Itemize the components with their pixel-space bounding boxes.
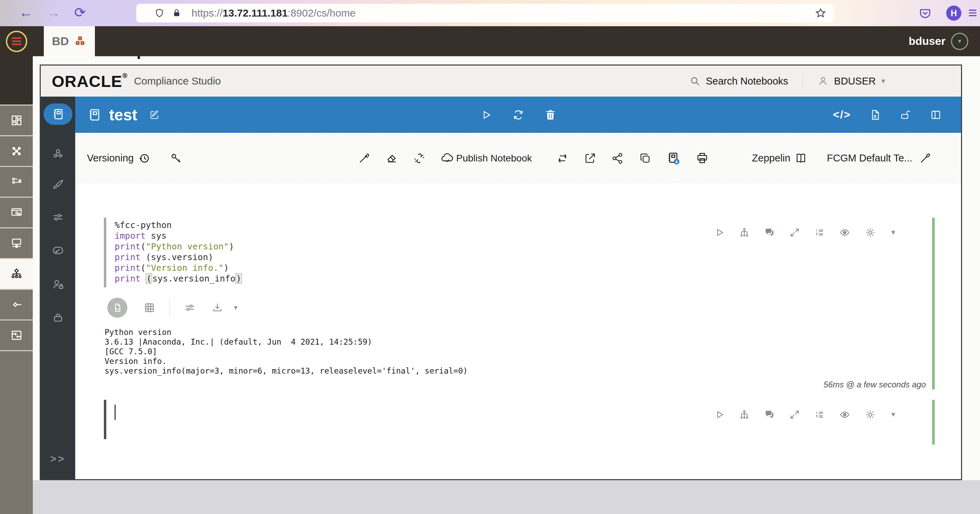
unlink-icon[interactable] xyxy=(413,152,426,165)
user-menu-caret-icon[interactable]: ▾ xyxy=(881,76,885,86)
network-x-icon xyxy=(10,145,23,158)
interpreter-book-icon[interactable] xyxy=(794,152,807,165)
search-notebooks-link[interactable]: Search Notebooks xyxy=(706,76,789,87)
comments-icon[interactable] xyxy=(764,227,775,239)
chart-settings-icon[interactable] xyxy=(184,301,196,314)
sidebar-item-sliders[interactable] xyxy=(41,211,75,224)
header-divider xyxy=(803,73,803,89)
share-icon[interactable] xyxy=(611,152,624,165)
notebook-sidebar: >> xyxy=(41,97,75,479)
platform-sidebar-top xyxy=(0,56,33,105)
browser-menu-icon[interactable]: ≡ xyxy=(968,4,980,21)
hamburger-icon xyxy=(6,31,27,52)
cell-settings-icon[interactable] xyxy=(864,227,876,239)
browser-avatar[interactable]: H xyxy=(946,6,961,21)
key-icon[interactable] xyxy=(169,152,183,165)
forward-icon[interactable]: → xyxy=(46,5,60,20)
interpreter-label[interactable]: Zeppelin xyxy=(752,153,790,164)
sidebar-item-notebooks[interactable] xyxy=(43,103,72,125)
text-cursor xyxy=(115,405,116,420)
publish-notebook-label: Publish Notebook xyxy=(456,153,532,164)
visibility-icon[interactable] xyxy=(839,227,851,239)
shield-icon[interactable] xyxy=(154,7,165,19)
sidebar-item-user-access[interactable] xyxy=(41,278,75,291)
product-name: Compliance Studio xyxy=(134,75,221,87)
report-view-icon[interactable] xyxy=(869,109,881,121)
search-icon[interactable] xyxy=(689,76,700,87)
sidebar-item-hierarchy[interactable] xyxy=(0,258,33,289)
hierarchy-icon xyxy=(10,267,24,281)
paragraph-cell-1[interactable]: ▼ %fcc-pythonimport sysprint("Python ver… xyxy=(104,218,936,390)
dependency-tree-icon[interactable] xyxy=(739,227,750,238)
output-toolbar-divider xyxy=(169,298,170,317)
template-label[interactable]: FCGM Default Te... xyxy=(827,153,912,164)
export-icon[interactable] xyxy=(584,152,597,165)
oracle-logo: ORACLE® xyxy=(52,72,128,91)
notebook-run-controls xyxy=(480,108,557,121)
notebook-icon xyxy=(87,108,102,122)
sidebar-item-monitor[interactable] xyxy=(0,228,33,258)
template-pen-icon[interactable] xyxy=(919,152,932,165)
output-toolbar: ▼ xyxy=(107,298,936,318)
session-user[interactable]: bduser ▼ xyxy=(908,26,968,56)
header-user-menu[interactable]: BDUSER xyxy=(834,76,876,87)
sidebar-item-toggle-settings[interactable] xyxy=(0,166,33,197)
code-view-icon[interactable]: </> xyxy=(833,108,851,121)
sidebar-item-connector[interactable] xyxy=(0,289,33,320)
page-bottom-strip xyxy=(33,480,980,514)
sidebar-expand-button[interactable]: >> xyxy=(41,453,75,465)
run-all-icon[interactable] xyxy=(480,109,492,121)
url-text[interactable]: https://13.72.111.181:8902/cs/home xyxy=(191,7,355,19)
print-icon[interactable] xyxy=(695,151,709,165)
split-panel-icon[interactable] xyxy=(930,109,942,121)
interpreter-settings: Zeppelin FCGM Default Te... xyxy=(752,152,961,165)
publish-notebook-button[interactable]: Publish Notebook xyxy=(440,151,532,165)
data-merge-icon xyxy=(10,329,23,342)
sidebar-item-dashboard[interactable] xyxy=(0,105,33,135)
notebook-actions-bar: Versioning xyxy=(75,133,961,183)
eraser-icon[interactable] xyxy=(385,152,398,165)
publish-cloud-icon xyxy=(440,151,454,165)
cell-more-icon[interactable]: ▼ xyxy=(890,229,896,236)
dashboard-icon xyxy=(10,114,23,127)
expand-cell-icon[interactable] xyxy=(789,227,800,238)
back-icon[interactable]: ← xyxy=(19,5,33,20)
main-menu-button[interactable] xyxy=(0,26,33,56)
magic-wand-icon[interactable] xyxy=(358,152,371,165)
notebook-download-icon[interactable] xyxy=(666,151,681,165)
sidebar-item-paintbrush[interactable] xyxy=(41,178,75,191)
delete-notebook-icon[interactable] xyxy=(544,109,557,121)
sidebar-item-network[interactable] xyxy=(0,135,33,166)
address-bar[interactable]: https://13.72.111.181:8902/cs/home xyxy=(136,4,834,22)
sidebar-item-batch-window[interactable] xyxy=(0,197,33,228)
app-header: ORACLE® Compliance Studio Search Noteboo… xyxy=(41,65,961,97)
user-dropdown-icon[interactable]: ▼ xyxy=(951,33,968,50)
rename-icon[interactable] xyxy=(149,109,160,120)
run-cell-icon[interactable] xyxy=(714,227,725,238)
unlock-icon[interactable] xyxy=(899,109,912,121)
empty-code-editor[interactable] xyxy=(104,400,936,439)
copy-icon[interactable] xyxy=(639,152,652,165)
diamond-connector-icon xyxy=(10,298,23,311)
refresh-icon[interactable] xyxy=(512,108,525,121)
lock-warning-icon[interactable] xyxy=(172,7,182,19)
tab-bd[interactable]: BD xyxy=(44,26,95,56)
sidebar-item-gauge[interactable] xyxy=(41,244,75,257)
sidebar-item-data-merge[interactable] xyxy=(0,320,33,351)
versioning-label[interactable]: Versioning xyxy=(87,153,134,164)
table-view-icon[interactable] xyxy=(143,301,156,314)
version-history-icon[interactable] xyxy=(138,152,151,165)
sync-icon[interactable] xyxy=(556,152,569,165)
download-output-icon[interactable] xyxy=(211,301,224,314)
sidebar-item-graph[interactable] xyxy=(41,147,75,161)
download-options-caret-icon[interactable]: ▼ xyxy=(232,304,239,312)
compliance-studio-window: ORACLE® Compliance Studio Search Noteboo… xyxy=(40,65,962,480)
pocket-icon[interactable] xyxy=(919,7,932,20)
raw-output-button[interactable] xyxy=(107,298,127,318)
reload-icon[interactable]: ⟳ xyxy=(74,5,86,20)
paragraph-cell-2[interactable]: ▼ xyxy=(104,400,936,445)
line-numbers-icon[interactable] xyxy=(814,227,825,238)
app-tab-bar: BD bduser ▼ xyxy=(0,26,980,56)
bookmark-star-icon[interactable] xyxy=(815,7,826,19)
sidebar-item-permissions[interactable] xyxy=(41,311,75,324)
